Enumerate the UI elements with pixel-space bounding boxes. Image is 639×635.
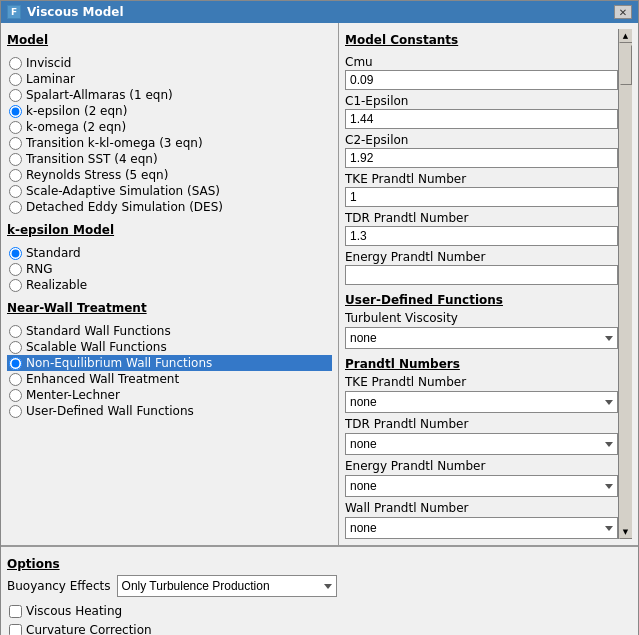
cmu-input[interactable] [345, 70, 618, 90]
c2-epsilon-input[interactable] [345, 148, 618, 168]
curvature-correction-checkbox-item[interactable]: Curvature Correction [7, 622, 632, 635]
energy-prandtl-label: Energy Prandtl Number [345, 250, 618, 264]
main-content: Model Inviscid Laminar Spalart-Allmaras … [1, 23, 638, 635]
right-panel: Model Constants Cmu C1-Epsilon C2-Epsilo… [339, 23, 638, 545]
window-title: Viscous Model [27, 5, 614, 19]
window-icon: F [7, 5, 21, 19]
tdr-prandtl-udf-select[interactable]: none [345, 433, 618, 455]
radio-realizable[interactable]: Realizable [7, 277, 332, 293]
scroll-thumb[interactable] [620, 45, 632, 85]
udf-section: User-Defined Functions Turbulent Viscosi… [345, 293, 618, 349]
radio-inviscid[interactable]: Inviscid [7, 55, 332, 71]
curvature-correction-label: Curvature Correction [26, 623, 152, 635]
model-section-header: Model [7, 33, 332, 47]
k-epsilon-section-header: k-epsilon Model [7, 223, 332, 237]
right-scrollbar[interactable]: ▲ ▼ [618, 29, 632, 539]
c1-epsilon-input[interactable] [345, 109, 618, 129]
tke-prandtl-udf-label: TKE Prandtl Number [345, 375, 618, 389]
near-wall-options-group: Standard Wall Functions Scalable Wall Fu… [7, 323, 332, 419]
viscous-heating-checkbox-item[interactable]: Viscous Heating [7, 603, 632, 619]
radio-scalable-wall[interactable]: Scalable Wall Functions [7, 339, 332, 355]
turbulent-viscosity-label: Turbulent Viscosity [345, 311, 618, 325]
options-section-header: Options [7, 557, 632, 571]
curvature-correction-checkbox[interactable] [9, 624, 22, 636]
wall-prandtl-udf-label: Wall Prandtl Number [345, 501, 618, 515]
radio-non-equilibrium[interactable]: Non-Equilibrium Wall Functions [7, 355, 332, 371]
prandtl-section-header: Prandtl Numbers [345, 357, 618, 371]
scroll-down-button[interactable]: ▼ [619, 525, 633, 539]
cmu-label: Cmu [345, 55, 618, 69]
right-content: Model Constants Cmu C1-Epsilon C2-Epsilo… [345, 29, 618, 539]
radio-user-defined-wall[interactable]: User-Defined Wall Functions [7, 403, 332, 419]
close-button[interactable]: ✕ [614, 5, 632, 19]
radio-reynolds[interactable]: Reynolds Stress (5 eqn) [7, 167, 332, 183]
viscous-model-window: F Viscous Model ✕ Model Inviscid Laminar [0, 0, 639, 635]
radio-sas[interactable]: Scale-Adaptive Simulation (SAS) [7, 183, 332, 199]
titlebar: F Viscous Model ✕ [1, 1, 638, 23]
tke-prandtl-input[interactable] [345, 187, 618, 207]
tke-prandtl-udf-select[interactable]: none [345, 391, 618, 413]
radio-transition-kklomega[interactable]: Transition k-kl-omega (3 eqn) [7, 135, 332, 151]
model-constants-group: Cmu C1-Epsilon C2-Epsilon TKE Prandtl Nu… [345, 51, 618, 285]
tdr-prandtl-udf-label: TDR Prandtl Number [345, 417, 618, 431]
energy-prandtl-input[interactable] [345, 265, 618, 285]
right-scroll-wrapper: Model Constants Cmu C1-Epsilon C2-Epsilo… [345, 29, 632, 539]
radio-k-epsilon[interactable]: k-epsilon (2 eqn) [7, 103, 332, 119]
left-panel: Model Inviscid Laminar Spalart-Allmaras … [1, 23, 339, 545]
options-section: Options Buoyancy Effects Only Turbulence… [1, 546, 638, 635]
wall-prandtl-udf-select[interactable]: none [345, 517, 618, 539]
prandtl-section: Prandtl Numbers TKE Prandtl Number none … [345, 357, 618, 539]
radio-k-omega[interactable]: k-omega (2 eqn) [7, 119, 332, 135]
panels-area: Model Inviscid Laminar Spalart-Allmaras … [1, 23, 638, 546]
tdr-prandtl-label: TDR Prandtl Number [345, 211, 618, 225]
radio-laminar[interactable]: Laminar [7, 71, 332, 87]
tdr-prandtl-input[interactable] [345, 226, 618, 246]
model-options-group: Inviscid Laminar Spalart-Allmaras (1 eqn… [7, 55, 332, 215]
radio-standard-wall[interactable]: Standard Wall Functions [7, 323, 332, 339]
c2-epsilon-label: C2-Epsilon [345, 133, 618, 147]
radio-enhanced-wall[interactable]: Enhanced Wall Treatment [7, 371, 332, 387]
radio-rng[interactable]: RNG [7, 261, 332, 277]
energy-prandtl-udf-select[interactable]: none [345, 475, 618, 497]
buoyancy-row: Buoyancy Effects Only Turbulence Product… [7, 575, 632, 597]
near-wall-section-header: Near-Wall Treatment [7, 301, 332, 315]
k-epsilon-options-group: Standard RNG Realizable [7, 245, 332, 293]
tke-prandtl-label: TKE Prandtl Number [345, 172, 618, 186]
radio-standard[interactable]: Standard [7, 245, 332, 261]
energy-prandtl-udf-label: Energy Prandtl Number [345, 459, 618, 473]
c1-epsilon-label: C1-Epsilon [345, 94, 618, 108]
viscous-heating-label: Viscous Heating [26, 604, 122, 618]
radio-des[interactable]: Detached Eddy Simulation (DES) [7, 199, 332, 215]
buoyancy-label: Buoyancy Effects [7, 579, 111, 593]
radio-menter[interactable]: Menter-Lechner [7, 387, 332, 403]
scroll-up-button[interactable]: ▲ [619, 29, 633, 43]
radio-transition-sst[interactable]: Transition SST (4 eqn) [7, 151, 332, 167]
radio-spalart[interactable]: Spalart-Allmaras (1 eqn) [7, 87, 332, 103]
turbulent-viscosity-select[interactable]: none [345, 327, 618, 349]
buoyancy-select[interactable]: Only Turbulence Production All None [117, 575, 337, 597]
udf-section-header: User-Defined Functions [345, 293, 618, 307]
viscous-heating-checkbox[interactable] [9, 605, 22, 618]
model-constants-header: Model Constants [345, 33, 618, 47]
options-checkboxes-group: Viscous Heating Curvature Correction Pro… [7, 603, 632, 635]
